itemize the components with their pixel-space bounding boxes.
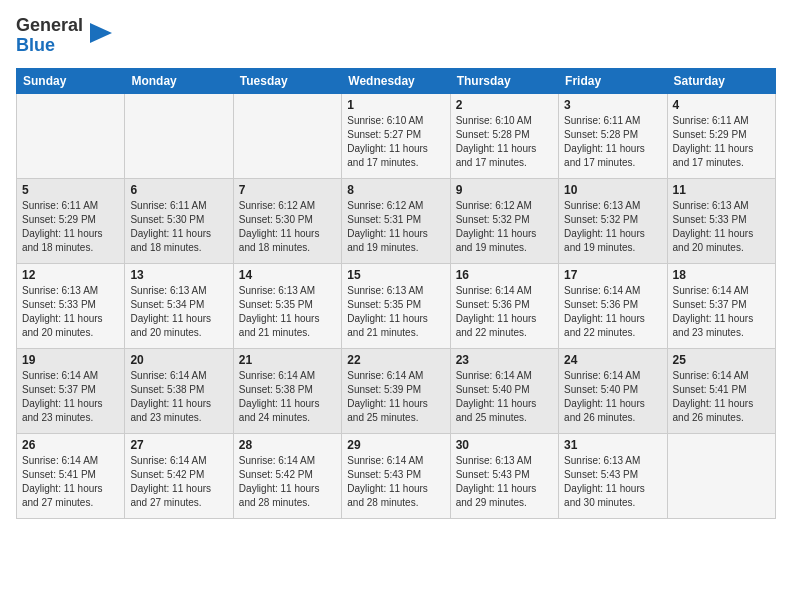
day-header-saturday: Saturday [667,68,775,93]
day-number: 12 [22,268,119,282]
day-info: Sunrise: 6:13 AMSunset: 5:33 PMDaylight:… [22,284,119,340]
calendar-cell: 14Sunrise: 6:13 AMSunset: 5:35 PMDayligh… [233,263,341,348]
calendar-cell: 5Sunrise: 6:11 AMSunset: 5:29 PMDaylight… [17,178,125,263]
day-number: 14 [239,268,336,282]
day-header-wednesday: Wednesday [342,68,450,93]
day-info: Sunrise: 6:12 AMSunset: 5:32 PMDaylight:… [456,199,553,255]
day-number: 15 [347,268,444,282]
day-info: Sunrise: 6:13 AMSunset: 5:35 PMDaylight:… [347,284,444,340]
day-info: Sunrise: 6:14 AMSunset: 5:37 PMDaylight:… [22,369,119,425]
calendar-cell [125,93,233,178]
calendar-cell: 8Sunrise: 6:12 AMSunset: 5:31 PMDaylight… [342,178,450,263]
day-number: 17 [564,268,661,282]
day-info: Sunrise: 6:13 AMSunset: 5:34 PMDaylight:… [130,284,227,340]
day-info: Sunrise: 6:14 AMSunset: 5:36 PMDaylight:… [564,284,661,340]
calendar-body: 1Sunrise: 6:10 AMSunset: 5:27 PMDaylight… [17,93,776,518]
day-info: Sunrise: 6:13 AMSunset: 5:33 PMDaylight:… [673,199,770,255]
day-info: Sunrise: 6:14 AMSunset: 5:41 PMDaylight:… [673,369,770,425]
day-info: Sunrise: 6:14 AMSunset: 5:38 PMDaylight:… [130,369,227,425]
calendar-cell: 1Sunrise: 6:10 AMSunset: 5:27 PMDaylight… [342,93,450,178]
calendar-week-row: 12Sunrise: 6:13 AMSunset: 5:33 PMDayligh… [17,263,776,348]
day-number: 29 [347,438,444,452]
day-info: Sunrise: 6:13 AMSunset: 5:35 PMDaylight:… [239,284,336,340]
day-number: 1 [347,98,444,112]
logo-triangle-icon [90,23,112,51]
day-number: 21 [239,353,336,367]
day-number: 24 [564,353,661,367]
day-info: Sunrise: 6:11 AMSunset: 5:29 PMDaylight:… [673,114,770,170]
calendar-cell: 29Sunrise: 6:14 AMSunset: 5:43 PMDayligh… [342,433,450,518]
day-header-monday: Monday [125,68,233,93]
day-number: 25 [673,353,770,367]
day-number: 27 [130,438,227,452]
day-number: 26 [22,438,119,452]
day-number: 18 [673,268,770,282]
day-info: Sunrise: 6:14 AMSunset: 5:42 PMDaylight:… [130,454,227,510]
day-info: Sunrise: 6:14 AMSunset: 5:40 PMDaylight:… [564,369,661,425]
calendar-week-row: 19Sunrise: 6:14 AMSunset: 5:37 PMDayligh… [17,348,776,433]
calendar-cell: 21Sunrise: 6:14 AMSunset: 5:38 PMDayligh… [233,348,341,433]
calendar-cell: 30Sunrise: 6:13 AMSunset: 5:43 PMDayligh… [450,433,558,518]
day-header-tuesday: Tuesday [233,68,341,93]
day-number: 3 [564,98,661,112]
day-info: Sunrise: 6:14 AMSunset: 5:39 PMDaylight:… [347,369,444,425]
page-header: General Blue [16,16,776,56]
calendar-cell: 18Sunrise: 6:14 AMSunset: 5:37 PMDayligh… [667,263,775,348]
day-info: Sunrise: 6:12 AMSunset: 5:31 PMDaylight:… [347,199,444,255]
calendar-cell [17,93,125,178]
calendar-cell: 23Sunrise: 6:14 AMSunset: 5:40 PMDayligh… [450,348,558,433]
calendar-week-row: 1Sunrise: 6:10 AMSunset: 5:27 PMDaylight… [17,93,776,178]
day-info: Sunrise: 6:14 AMSunset: 5:40 PMDaylight:… [456,369,553,425]
day-number: 11 [673,183,770,197]
calendar-cell [233,93,341,178]
day-number: 9 [456,183,553,197]
day-number: 7 [239,183,336,197]
calendar-cell: 26Sunrise: 6:14 AMSunset: 5:41 PMDayligh… [17,433,125,518]
calendar-cell: 25Sunrise: 6:14 AMSunset: 5:41 PMDayligh… [667,348,775,433]
day-number: 4 [673,98,770,112]
day-number: 19 [22,353,119,367]
day-number: 10 [564,183,661,197]
calendar-cell: 12Sunrise: 6:13 AMSunset: 5:33 PMDayligh… [17,263,125,348]
day-number: 30 [456,438,553,452]
day-number: 23 [456,353,553,367]
day-info: Sunrise: 6:11 AMSunset: 5:29 PMDaylight:… [22,199,119,255]
logo-blue: Blue [16,35,55,55]
logo-wordmark: General Blue [16,16,83,56]
day-info: Sunrise: 6:14 AMSunset: 5:36 PMDaylight:… [456,284,553,340]
calendar-table: SundayMondayTuesdayWednesdayThursdayFrid… [16,68,776,519]
day-info: Sunrise: 6:14 AMSunset: 5:43 PMDaylight:… [347,454,444,510]
calendar-cell: 27Sunrise: 6:14 AMSunset: 5:42 PMDayligh… [125,433,233,518]
day-number: 5 [22,183,119,197]
calendar-cell: 9Sunrise: 6:12 AMSunset: 5:32 PMDaylight… [450,178,558,263]
day-info: Sunrise: 6:10 AMSunset: 5:27 PMDaylight:… [347,114,444,170]
calendar-cell: 24Sunrise: 6:14 AMSunset: 5:40 PMDayligh… [559,348,667,433]
day-number: 13 [130,268,227,282]
calendar-week-row: 5Sunrise: 6:11 AMSunset: 5:29 PMDaylight… [17,178,776,263]
day-info: Sunrise: 6:13 AMSunset: 5:43 PMDaylight:… [564,454,661,510]
day-number: 20 [130,353,227,367]
calendar-cell: 20Sunrise: 6:14 AMSunset: 5:38 PMDayligh… [125,348,233,433]
calendar-week-row: 26Sunrise: 6:14 AMSunset: 5:41 PMDayligh… [17,433,776,518]
calendar-cell: 13Sunrise: 6:13 AMSunset: 5:34 PMDayligh… [125,263,233,348]
calendar-cell: 2Sunrise: 6:10 AMSunset: 5:28 PMDaylight… [450,93,558,178]
calendar-cell: 31Sunrise: 6:13 AMSunset: 5:43 PMDayligh… [559,433,667,518]
calendar-header-row: SundayMondayTuesdayWednesdayThursdayFrid… [17,68,776,93]
day-number: 2 [456,98,553,112]
day-number: 28 [239,438,336,452]
day-info: Sunrise: 6:14 AMSunset: 5:41 PMDaylight:… [22,454,119,510]
day-number: 31 [564,438,661,452]
day-number: 6 [130,183,227,197]
calendar-cell: 22Sunrise: 6:14 AMSunset: 5:39 PMDayligh… [342,348,450,433]
calendar-cell: 10Sunrise: 6:13 AMSunset: 5:32 PMDayligh… [559,178,667,263]
day-header-friday: Friday [559,68,667,93]
day-header-sunday: Sunday [17,68,125,93]
calendar-cell: 4Sunrise: 6:11 AMSunset: 5:29 PMDaylight… [667,93,775,178]
day-info: Sunrise: 6:12 AMSunset: 5:30 PMDaylight:… [239,199,336,255]
day-info: Sunrise: 6:14 AMSunset: 5:38 PMDaylight:… [239,369,336,425]
logo-general: General [16,15,83,35]
calendar-cell: 7Sunrise: 6:12 AMSunset: 5:30 PMDaylight… [233,178,341,263]
day-number: 22 [347,353,444,367]
calendar-cell: 3Sunrise: 6:11 AMSunset: 5:28 PMDaylight… [559,93,667,178]
day-info: Sunrise: 6:11 AMSunset: 5:28 PMDaylight:… [564,114,661,170]
